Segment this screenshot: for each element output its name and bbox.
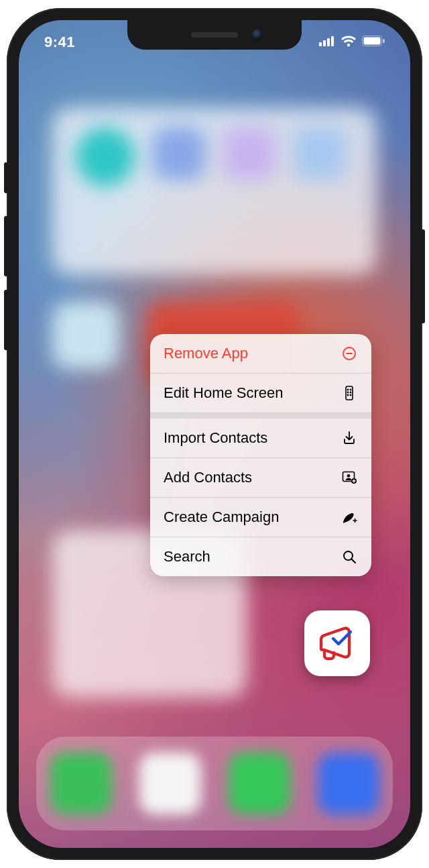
app-context-menu: Remove App Edit Home Screen Import Conta… xyxy=(150,334,371,576)
battery-icon xyxy=(362,36,385,49)
cellular-signal-icon xyxy=(319,36,335,49)
apps-grid-icon xyxy=(341,384,358,402)
svg-point-14 xyxy=(347,394,348,395)
power-button xyxy=(421,229,425,323)
status-time: 9:41 xyxy=(44,34,75,51)
dock-app-4[interactable] xyxy=(318,753,379,814)
search-icon xyxy=(341,548,358,565)
wifi-icon xyxy=(341,35,357,50)
svg-point-13 xyxy=(350,392,351,392)
svg-point-19 xyxy=(344,551,353,560)
svg-point-15 xyxy=(350,394,351,395)
minus-circle-icon xyxy=(341,345,358,362)
svg-rect-9 xyxy=(346,386,353,400)
menu-item-import-contacts[interactable]: Import Contacts xyxy=(150,419,371,458)
menu-item-remove-app[interactable]: Remove App xyxy=(150,334,371,374)
menu-item-search[interactable]: Search xyxy=(150,537,371,576)
svg-line-20 xyxy=(352,559,355,563)
svg-point-10 xyxy=(347,389,348,390)
iphone-frame: 9:41 Remove App xyxy=(7,8,422,860)
menu-item-label: Import Contacts xyxy=(164,429,267,447)
menu-item-create-campaign[interactable]: Create Campaign xyxy=(150,498,371,537)
mute-switch xyxy=(4,162,8,193)
front-camera xyxy=(252,30,263,40)
megaphone-check-icon xyxy=(313,619,361,667)
person-add-icon xyxy=(341,469,358,486)
download-icon xyxy=(341,429,358,447)
dock-app-3[interactable] xyxy=(229,753,290,814)
menu-item-label: Edit Home Screen xyxy=(164,384,284,402)
svg-rect-3 xyxy=(331,36,334,46)
dock-app-1[interactable] xyxy=(50,753,112,814)
campaigns-app-icon[interactable] xyxy=(304,610,370,676)
dock-app-2[interactable] xyxy=(139,753,201,814)
svg-point-17 xyxy=(347,474,351,478)
menu-item-label: Search xyxy=(164,548,210,565)
dock xyxy=(36,737,393,830)
svg-point-12 xyxy=(347,392,348,392)
display-notch xyxy=(127,20,302,50)
svg-rect-6 xyxy=(383,39,385,43)
status-indicators xyxy=(319,35,385,50)
menu-separator xyxy=(150,413,371,419)
volume-up-button xyxy=(4,216,8,276)
feather-plus-icon xyxy=(341,508,358,526)
svg-rect-0 xyxy=(319,42,322,46)
svg-rect-2 xyxy=(327,38,330,46)
menu-item-edit-home-screen[interactable]: Edit Home Screen xyxy=(150,374,371,413)
svg-rect-1 xyxy=(323,40,326,46)
menu-item-add-contacts[interactable]: Add Contacts xyxy=(150,458,371,498)
menu-item-label: Add Contacts xyxy=(164,469,252,486)
earpiece-speaker xyxy=(191,32,238,38)
menu-item-label: Remove App xyxy=(164,345,248,362)
menu-item-label: Create Campaign xyxy=(164,508,279,526)
phone-screen: 9:41 Remove App xyxy=(19,20,410,848)
svg-point-11 xyxy=(350,389,351,390)
svg-rect-5 xyxy=(364,38,381,45)
volume-down-button xyxy=(4,290,8,350)
